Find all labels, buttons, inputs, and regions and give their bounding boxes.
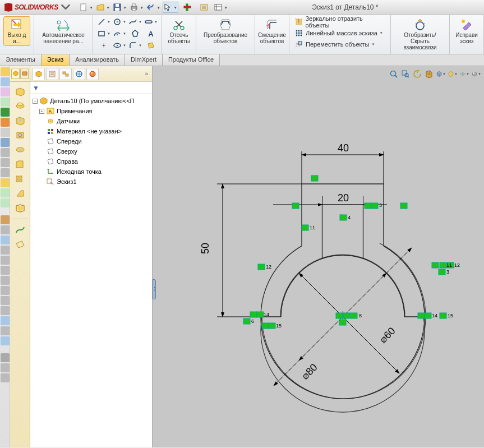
view-orientation-icon[interactable]: ▼: [435, 68, 446, 80]
properties-button[interactable]: ▼: [213, 2, 229, 13]
tree-tab-featuremanager-icon[interactable]: [33, 68, 45, 80]
repair-sketch-button[interactable]: Исправи эскиз: [453, 16, 480, 46]
tree-top-plane[interactable]: Сверху: [33, 146, 150, 156]
filter-icon[interactable]: ▼: [33, 84, 39, 92]
exit-sketch-button[interactable]: Выхо д и...: [3, 16, 30, 46]
spline-tool[interactable]: ▼: [128, 16, 142, 27]
lt-btn-26[interactable]: [1, 326, 10, 335]
dim-50[interactable]: 50: [200, 243, 211, 254]
lt-btn-17[interactable]: [1, 235, 10, 244]
select-button[interactable]: ▼: [163, 2, 178, 13]
tree-tab-configmanager-icon[interactable]: [59, 68, 72, 80]
rectangle-tool[interactable]: ▼: [96, 28, 111, 39]
tree-expand-icon[interactable]: +: [39, 109, 44, 114]
lt-btn-30[interactable]: [1, 373, 10, 382]
tree-tab-propertymanager-icon[interactable]: [46, 68, 58, 80]
dim-20[interactable]: 20: [338, 192, 349, 204]
lt-btn-21[interactable]: [1, 276, 10, 285]
lt-btn-27[interactable]: [1, 336, 10, 345]
lt-btn-7[interactable]: [1, 128, 10, 137]
line-tool[interactable]: ▼: [96, 16, 111, 27]
print-button[interactable]: ▼: [129, 2, 145, 13]
options-button[interactable]: [196, 2, 212, 13]
fillet-tool[interactable]: ▼: [128, 40, 142, 51]
lt-btn-1[interactable]: [1, 67, 10, 76]
ft-3dsketch-icon[interactable]: [13, 224, 27, 236]
tree-material[interactable]: Материал <не указан>: [33, 126, 150, 136]
lt-btn-24[interactable]: [1, 306, 10, 315]
tree-sensors[interactable]: Датчики: [33, 116, 150, 126]
dim-40[interactable]: 40: [338, 142, 349, 154]
ellipse-tool[interactable]: ▼: [112, 40, 127, 51]
tree-tab-render-icon[interactable]: [86, 68, 99, 80]
ft-hole-icon[interactable]: [13, 129, 27, 141]
lt-btn-3[interactable]: [1, 87, 10, 96]
convert-button[interactable]: Преобразование объектов: [200, 16, 251, 46]
tree-sketch1[interactable]: Эскиз1: [33, 177, 150, 187]
lt-btn-5[interactable]: [1, 108, 10, 117]
ft-plane-icon[interactable]: [13, 238, 27, 251]
ft-pattern-icon[interactable]: [13, 173, 27, 185]
trim-button[interactable]: Отсечь объекты: [165, 16, 192, 46]
ft-tab-features[interactable]: [11, 68, 20, 79]
lt-btn-12[interactable]: [1, 178, 10, 187]
lt-btn-9[interactable]: [1, 148, 10, 157]
save-button[interactable]: ▼: [112, 2, 128, 13]
dim-d80[interactable]: ⌀80: [299, 362, 320, 382]
zoom-area-icon[interactable]: [400, 68, 411, 80]
lt-btn-14[interactable]: [1, 198, 10, 207]
ft-shell-icon[interactable]: [13, 202, 27, 214]
tab-sketch[interactable]: Эскиз: [42, 54, 70, 66]
offset-button[interactable]: Смещение объектов: [259, 16, 285, 46]
zoom-fit-icon[interactable]: [388, 68, 399, 80]
ft-rib-icon[interactable]: [13, 187, 27, 200]
new-file-button[interactable]: ▼: [79, 2, 94, 13]
ft-tab-surfaces-icon[interactable]: [20, 68, 29, 79]
lt-btn-28[interactable]: [1, 353, 10, 362]
lt-btn-2[interactable]: [1, 77, 10, 86]
move-button[interactable]: Переместить объекты ▼: [293, 39, 376, 50]
feature-tree[interactable]: − Деталь10 (По умолчанию<<П + A Примечан…: [30, 94, 152, 188]
app-menu-expand-icon[interactable]: [61, 2, 71, 13]
tree-panel-overflow-icon[interactable]: »: [143, 71, 150, 77]
linear-pattern-button[interactable]: Линейный массив эскиза ▼: [293, 27, 385, 39]
ft-extrude-icon[interactable]: [13, 85, 27, 98]
lt-btn-18[interactable]: [1, 246, 10, 255]
tree-right-plane[interactable]: Справа: [33, 156, 150, 167]
lt-btn-11[interactable]: [1, 168, 10, 177]
lt-btn-13[interactable]: [1, 188, 10, 197]
lt-btn-16[interactable]: [1, 225, 10, 234]
arc-tool[interactable]: ▼: [112, 28, 127, 39]
lt-btn-25[interactable]: [1, 316, 10, 325]
hide-show-icon[interactable]: ▼: [459, 68, 470, 80]
point-tool[interactable]: [96, 40, 111, 51]
circle-tool[interactable]: ▼: [112, 16, 127, 27]
lt-btn-6[interactable]: [1, 118, 10, 127]
lt-btn-29[interactable]: [1, 363, 10, 372]
slot-tool[interactable]: ▼: [144, 16, 158, 27]
lt-btn-22[interactable]: [1, 286, 10, 295]
plane-tool[interactable]: [144, 40, 158, 51]
lt-btn-15[interactable]: [1, 215, 10, 224]
tab-dimxpert[interactable]: DimXpert: [125, 54, 163, 66]
ft-fillet-icon[interactable]: [13, 158, 27, 170]
mirror-button[interactable]: Зеркально отразить объекты: [293, 16, 387, 27]
lt-btn-19[interactable]: [1, 256, 10, 265]
appearance-icon[interactable]: ▼: [471, 68, 482, 80]
lt-btn-23[interactable]: [1, 296, 10, 305]
undo-button[interactable]: ▼: [146, 2, 162, 13]
previous-view-icon[interactable]: [412, 68, 423, 80]
tab-analyze[interactable]: Анализировать: [70, 54, 125, 66]
tab-elements[interactable]: Элементы: [0, 54, 42, 66]
graphics-viewport[interactable]: * 40 20 50: [153, 66, 484, 447]
ft-revolve-icon[interactable]: [13, 100, 27, 112]
open-file-button[interactable]: ▼: [95, 2, 111, 13]
tree-tab-dimxpert-icon[interactable]: [73, 68, 85, 80]
ft-cut-revolve-icon[interactable]: [13, 144, 27, 156]
text-tool[interactable]: A: [144, 28, 158, 39]
rebuild-button[interactable]: [179, 2, 195, 13]
ft-cut-extrude-icon[interactable]: [13, 114, 27, 127]
lt-btn-4[interactable]: [1, 98, 10, 107]
relations-button[interactable]: Отобразить/Скрыть взаимосвязи: [394, 16, 446, 52]
tree-annotations[interactable]: + A Примечания: [33, 106, 150, 116]
